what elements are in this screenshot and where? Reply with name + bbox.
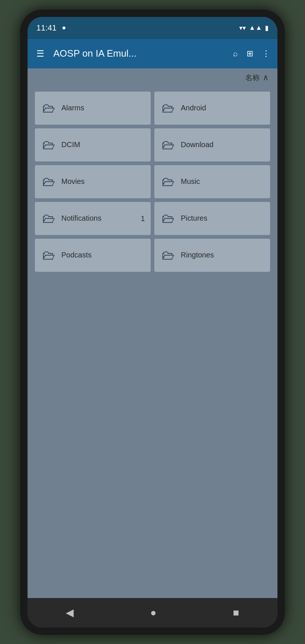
folder-name: Ringtones	[181, 251, 214, 259]
folder-name: Android	[181, 104, 206, 112]
phone-screen: 11:41 ▾▾ ▲▲ ▮ ☰ AOSP on IA Emul... ⌕ ⊞ ⋮	[28, 17, 277, 627]
sort-label: 名称	[245, 73, 260, 83]
bottom-nav: ◀ ● ■	[28, 598, 277, 627]
signal-icon: ▲▲	[249, 24, 262, 32]
top-icons: ⌕ ⊞ ⋮	[232, 47, 272, 60]
phone-frame: 11:41 ▾▾ ▲▲ ▮ ☰ AOSP on IA Emul... ⌕ ⊞ ⋮	[20, 10, 285, 635]
status-icons: ▾▾ ▲▲ ▮	[239, 24, 269, 32]
folder-name: Music	[181, 177, 200, 186]
folder-icon: 🗁	[162, 248, 175, 263]
back-button[interactable]: ◀	[57, 604, 83, 622]
folder-icon: 🗁	[42, 137, 55, 153]
folder-icon: 🗁	[162, 137, 175, 153]
folder-name: Pictures	[181, 214, 207, 223]
folder-item[interactable]: 🗁Alarms	[35, 92, 151, 125]
folder-name: DCIM	[61, 140, 80, 149]
status-dot	[62, 26, 65, 29]
folder-name: Alarms	[61, 104, 84, 112]
folder-item[interactable]: 🗁DCIM	[35, 128, 151, 161]
menu-button[interactable]: ☰	[33, 46, 47, 62]
search-button[interactable]: ⌕	[232, 47, 239, 60]
top-bar: ☰ AOSP on IA Emul... ⌕ ⊞ ⋮	[28, 39, 277, 68]
folder-item[interactable]: 🗁Download	[154, 128, 270, 161]
home-button[interactable]: ●	[141, 604, 165, 622]
folder-item[interactable]: 🗁Android	[154, 92, 270, 125]
folder-name: Movies	[61, 177, 85, 186]
folder-icon: 🗁	[42, 174, 55, 189]
folder-name: Notifications	[61, 214, 101, 223]
folder-icon: 🗁	[162, 174, 175, 189]
folder-name: Podcasts	[61, 251, 92, 259]
folder-icon: 🗁	[162, 211, 175, 226]
recents-button[interactable]: ■	[224, 604, 248, 622]
status-left: 11:41	[36, 23, 65, 33]
sort-header[interactable]: 名称 ∧	[28, 68, 277, 87]
more-options-button[interactable]: ⋮	[261, 47, 272, 60]
wifi-icon: ▾▾	[239, 24, 246, 32]
folder-icon: 🗁	[42, 248, 55, 263]
folder-item[interactable]: 🗁Pictures	[154, 202, 270, 235]
folder-item[interactable]: 🗁Movies	[35, 165, 151, 198]
folder-item[interactable]: 🗁Music	[154, 165, 270, 198]
folder-item[interactable]: 🗁Podcasts	[35, 239, 151, 272]
folder-icon: 🗁	[162, 100, 175, 116]
grid-view-button[interactable]: ⊞	[245, 47, 255, 60]
file-browser-content: 名称 ∧ 🗁Alarms🗁Android🗁DCIM🗁Download🗁Movie…	[28, 68, 277, 598]
battery-icon: ▮	[265, 24, 269, 32]
folder-item[interactable]: 🗁Ringtones	[154, 239, 270, 272]
folder-item[interactable]: 🗁Notifications1	[35, 202, 151, 235]
folder-icon: 🗁	[42, 211, 55, 226]
page-title: AOSP on IA Emul...	[53, 48, 226, 59]
status-time: 11:41	[36, 23, 57, 33]
folder-grid: 🗁Alarms🗁Android🗁DCIM🗁Download🗁Movies🗁Mus…	[28, 87, 277, 276]
sort-arrow-icon: ∧	[263, 73, 269, 82]
folder-name: Download	[181, 140, 214, 149]
status-bar: 11:41 ▾▾ ▲▲ ▮	[28, 17, 277, 39]
folder-icon: 🗁	[42, 100, 55, 116]
folder-badge: 1	[141, 214, 145, 223]
